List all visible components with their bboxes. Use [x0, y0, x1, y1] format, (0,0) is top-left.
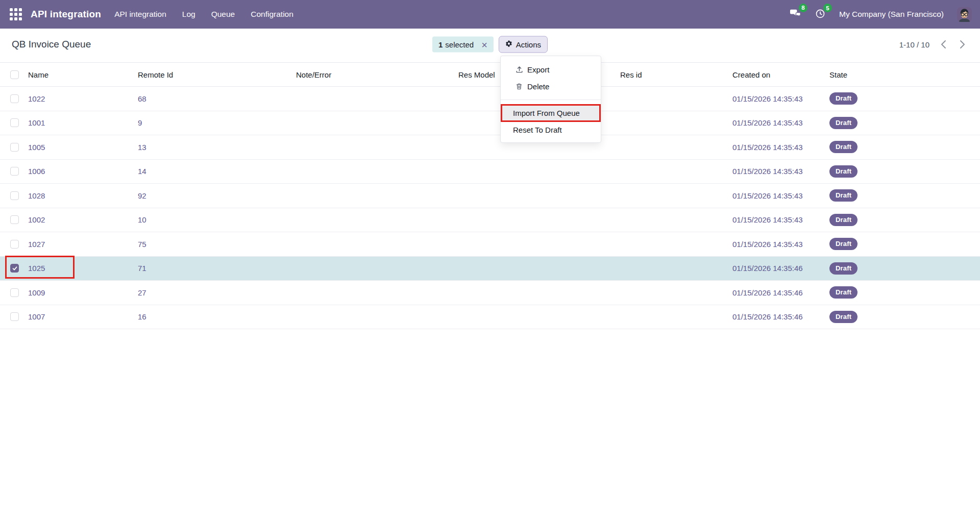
cell-name: 1022: [28, 94, 138, 103]
cell-created-on: 01/15/2026 14:35:43: [732, 94, 829, 103]
row-checkbox[interactable]: [10, 215, 19, 224]
cell-remote-id: 27: [138, 288, 296, 297]
table-row-1022[interactable]: 10226801/15/2026 14:35:43Draft: [0, 87, 980, 111]
cell-created-on: 01/15/2026 14:35:43: [732, 167, 829, 176]
row-checkbox[interactable]: [10, 312, 19, 321]
table-row-1007[interactable]: 10071601/15/2026 14:35:46Draft: [0, 305, 980, 330]
menu-item-log[interactable]: Log: [182, 10, 195, 19]
row-checkbox[interactable]: [10, 118, 19, 127]
control-panel: QB Invoice Queue 1 selected × Actions 1-…: [0, 29, 980, 60]
row-checkbox[interactable]: [10, 191, 19, 200]
menu-item-api-integration[interactable]: API integration: [114, 10, 166, 19]
pager-range: 1-10 / 10: [899, 40, 929, 49]
selection-chip: 1 selected ×: [432, 37, 494, 53]
cell-name: 1005: [28, 143, 138, 152]
row-checkbox[interactable]: [10, 167, 19, 176]
cell-created-on: 01/15/2026 14:35:46: [732, 264, 829, 273]
status-badge: Draft: [829, 238, 857, 250]
row-checkbox[interactable]: [10, 94, 19, 103]
cell-created-on: 01/15/2026 14:35:43: [732, 143, 829, 152]
status-badge: Draft: [829, 189, 857, 202]
cell-remote-id: 10: [138, 215, 296, 224]
cell-remote-id: 9: [138, 118, 296, 127]
actions-button-label: Actions: [516, 40, 541, 49]
topbar-right: 8 5 My Company (San Francisco): [790, 7, 972, 22]
table-row-1028[interactable]: 10289201/15/2026 14:35:43Draft: [0, 184, 980, 208]
activities-button[interactable]: 5: [815, 8, 826, 21]
top-navbar: API integration API integrationLogQueueC…: [0, 0, 980, 29]
menu-item-configration[interactable]: Configration: [251, 10, 293, 19]
actions-dropdown: ExportDeleteImport From QueueReset To Dr…: [500, 56, 601, 143]
cell-remote-id: 68: [138, 94, 296, 103]
cell-created-on: 01/15/2026 14:35:46: [732, 288, 829, 297]
table-row-1009[interactable]: 10092701/15/2026 14:35:46Draft: [0, 281, 980, 305]
status-badge: Draft: [829, 214, 857, 226]
status-badge: Draft: [829, 92, 857, 105]
cell-created-on: 01/15/2026 14:35:43: [732, 118, 829, 127]
column-header-res-id[interactable]: Res id: [620, 70, 732, 79]
messages-button[interactable]: 8: [790, 8, 801, 21]
table-row-1025[interactable]: 10257101/15/2026 14:35:46Draft: [0, 257, 980, 281]
cell-name: 1028: [28, 191, 138, 200]
menu-item-reset-to-draft[interactable]: Reset To Draft: [501, 121, 601, 138]
select-all-checkbox[interactable]: [10, 70, 19, 79]
table-row-1006[interactable]: 10061401/15/2026 14:35:43Draft: [0, 160, 980, 184]
table-row-1001[interactable]: 1001901/15/2026 14:35:43Draft: [0, 111, 980, 136]
menu-divider: [501, 100, 601, 100]
chevron-left-icon[interactable]: [941, 40, 946, 49]
cell-remote-id: 75: [138, 240, 296, 249]
close-icon[interactable]: ×: [481, 39, 487, 50]
user-avatar[interactable]: [957, 7, 972, 22]
cell-name: 1006: [28, 167, 138, 176]
list-view: NameRemote IdNote/ErrorRes ModelRes idCr…: [0, 62, 980, 329]
status-badge: Draft: [829, 165, 857, 178]
activities-badge: 5: [823, 4, 832, 12]
menu-item-label: Import From Queue: [513, 109, 580, 117]
topbar-menu: API integrationLogQueueConfigration: [114, 10, 293, 19]
status-badge: Draft: [829, 262, 857, 275]
column-header-remote-id[interactable]: Remote Id: [138, 70, 296, 79]
menu-item-import-from-queue[interactable]: Import From Queue: [501, 105, 601, 121]
cell-remote-id: 14: [138, 167, 296, 176]
cell-created-on: 01/15/2026 14:35:43: [732, 240, 829, 249]
cell-name: 1025: [28, 264, 138, 273]
menu-item-delete[interactable]: Delete: [501, 78, 601, 95]
cell-name: 1002: [28, 215, 138, 224]
cell-remote-id: 92: [138, 191, 296, 200]
menu-item-queue[interactable]: Queue: [211, 10, 235, 19]
status-badge: Draft: [829, 117, 857, 129]
app-brand[interactable]: API integration: [31, 9, 101, 20]
pager: 1-10 / 10: [899, 40, 968, 49]
row-checkbox[interactable]: [10, 143, 19, 152]
breadcrumb[interactable]: QB Invoice Queue: [12, 39, 91, 50]
column-header-state[interactable]: State: [829, 70, 980, 79]
row-checkbox[interactable]: [10, 288, 19, 297]
company-switcher[interactable]: My Company (San Francisco): [839, 10, 944, 19]
cell-name: 1001: [28, 118, 138, 127]
apps-grid-icon[interactable]: [9, 8, 22, 21]
selection-label: selected: [445, 40, 474, 49]
chevron-right-icon[interactable]: [960, 40, 965, 49]
selection-count: 1: [438, 40, 443, 49]
column-header-note-error[interactable]: Note/Error: [296, 70, 458, 79]
cell-name: 1009: [28, 288, 138, 297]
cell-created-on: 01/15/2026 14:35:43: [732, 191, 829, 200]
status-badge: Draft: [829, 286, 857, 299]
selection-toolbar: 1 selected × Actions: [432, 36, 548, 53]
table-row-1027[interactable]: 10277501/15/2026 14:35:43Draft: [0, 232, 980, 257]
table-row-1002[interactable]: 10021001/15/2026 14:35:43Draft: [0, 208, 980, 233]
menu-item-export[interactable]: Export: [501, 61, 601, 78]
actions-button[interactable]: Actions: [499, 36, 548, 53]
column-header-name[interactable]: Name: [28, 70, 138, 79]
table-row-1005[interactable]: 10051301/15/2026 14:35:43Draft: [0, 135, 980, 160]
trash-icon: [515, 83, 523, 90]
cell-name: 1007: [28, 312, 138, 321]
column-header-created-on[interactable]: Created on: [732, 70, 829, 79]
menu-item-label: Export: [527, 65, 549, 74]
cell-remote-id: 13: [138, 143, 296, 152]
row-checkbox[interactable]: [10, 264, 19, 273]
cell-created-on: 01/15/2026 14:35:46: [732, 312, 829, 321]
row-checkbox[interactable]: [10, 240, 19, 249]
cell-remote-id: 71: [138, 264, 296, 273]
menu-item-label: Reset To Draft: [513, 126, 562, 134]
